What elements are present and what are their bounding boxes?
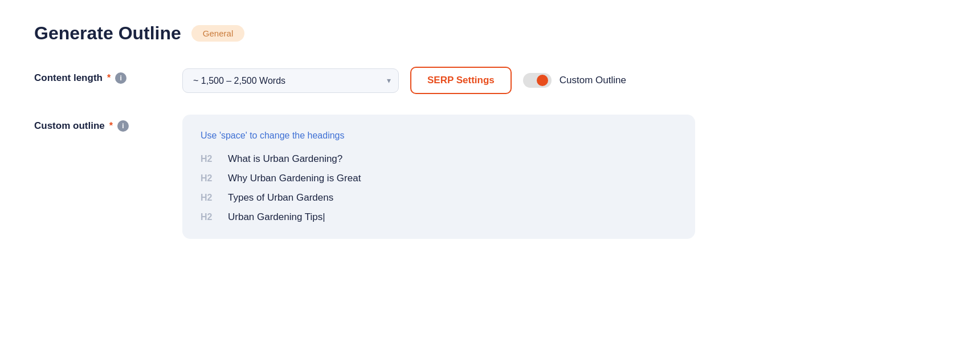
content-length-info-icon[interactable]: i xyxy=(115,72,126,84)
heading-tag: H2 xyxy=(201,154,218,164)
custom-outline-required-star: * xyxy=(109,121,113,131)
outline-item-text[interactable]: Why Urban Gardening is Great xyxy=(228,173,361,184)
form-section: Content length * i ~ 500 – 1,000 Words ~… xyxy=(34,67,946,239)
custom-outline-toggle-label: Custom Outline xyxy=(560,75,626,86)
content-length-label: Content length * i xyxy=(34,67,160,84)
heading-tag: H2 xyxy=(201,193,218,203)
outline-item-text-active[interactable]: Urban Gardening Tips xyxy=(228,211,325,223)
toggle-thumb xyxy=(537,75,548,86)
content-length-controls: ~ 500 – 1,000 Words ~ 1,000 – 1,500 Word… xyxy=(182,67,946,94)
content-length-select-wrapper: ~ 500 – 1,000 Words ~ 1,000 – 1,500 Word… xyxy=(182,68,399,93)
custom-outline-label: Custom outline * i xyxy=(34,115,160,132)
custom-outline-toggle[interactable] xyxy=(523,73,552,88)
outline-item: H2 Why Urban Gardening is Great xyxy=(201,173,677,184)
toggle-track xyxy=(523,73,552,88)
serp-settings-button[interactable]: SERP Settings xyxy=(410,67,512,94)
outline-item: H2 What is Urban Gardening? xyxy=(201,153,677,165)
outline-item: H2 Urban Gardening Tips xyxy=(201,211,677,223)
page-title: Generate Outline xyxy=(34,23,181,44)
content-length-row: Content length * i ~ 500 – 1,000 Words ~… xyxy=(34,67,946,94)
heading-tag: H2 xyxy=(201,212,218,222)
required-star: * xyxy=(107,73,111,83)
content-length-select[interactable]: ~ 500 – 1,000 Words ~ 1,000 – 1,500 Word… xyxy=(182,68,399,93)
outline-item: H2 Types of Urban Gardens xyxy=(201,192,677,204)
outline-items-list: H2 What is Urban Gardening? H2 Why Urban… xyxy=(201,153,677,223)
content-length-label-text: Content length xyxy=(34,72,103,84)
custom-outline-row: Custom outline * i Use 'space' to change… xyxy=(34,115,946,239)
outline-hint: Use 'space' to change the headings xyxy=(201,131,677,141)
outline-item-text[interactable]: Types of Urban Gardens xyxy=(228,192,333,204)
general-badge: General xyxy=(191,25,244,42)
custom-outline-toggle-group: Custom Outline xyxy=(523,73,626,88)
heading-tag: H2 xyxy=(201,173,218,184)
custom-outline-label-text: Custom outline xyxy=(34,120,105,132)
page-header: Generate Outline General xyxy=(34,23,946,44)
custom-outline-info-icon[interactable]: i xyxy=(117,120,129,132)
outline-item-text[interactable]: What is Urban Gardening? xyxy=(228,153,342,165)
outline-editor: Use 'space' to change the headings H2 Wh… xyxy=(182,115,695,239)
